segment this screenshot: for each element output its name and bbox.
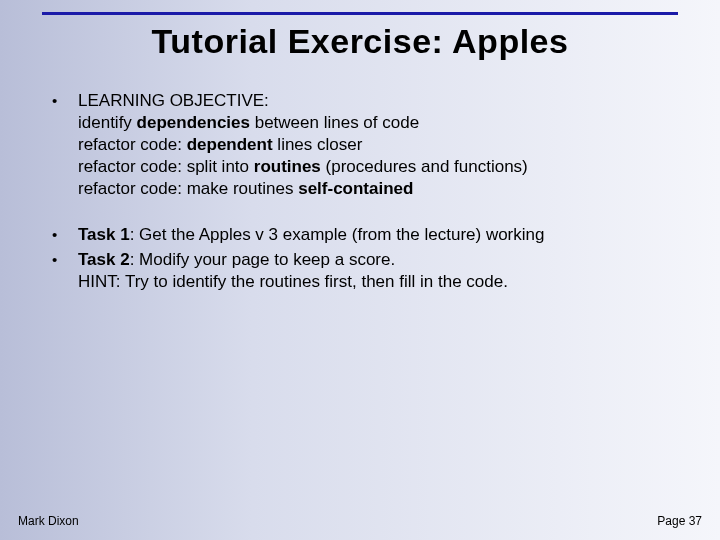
footer-author: Mark Dixon: [18, 514, 79, 528]
objective-line-2: refactor code: dependent lines closer: [78, 134, 680, 156]
objective-block: • LEARNING OBJECTIVE: identify dependenc…: [52, 90, 680, 200]
bullet-icon: •: [52, 249, 78, 270]
objective-line-4: refactor code: make routines self-contai…: [78, 178, 680, 200]
objective-label: LEARNING OBJECTIVE:: [78, 90, 680, 112]
task-2-hint: HINT: Try to identify the routines first…: [78, 271, 680, 293]
bullet-icon: •: [52, 90, 78, 111]
slide-body: • LEARNING OBJECTIVE: identify dependenc…: [52, 90, 680, 295]
footer-page: Page 37: [657, 514, 702, 528]
slide-title: Tutorial Exercise: Apples: [0, 22, 720, 61]
bullet-icon: •: [52, 224, 78, 245]
title-rule: [42, 12, 678, 15]
task-1: • Task 1: Get the Apples v 3 example (fr…: [52, 224, 680, 246]
objective-line-1: identify dependencies between lines of c…: [78, 112, 680, 134]
task-2: • Task 2: Modify your page to keep a sco…: [52, 249, 680, 293]
objective-line-3: refactor code: split into routines (proc…: [78, 156, 680, 178]
